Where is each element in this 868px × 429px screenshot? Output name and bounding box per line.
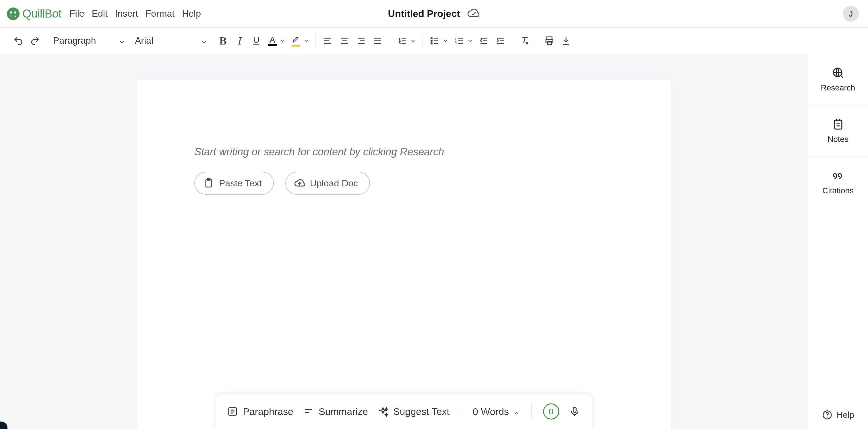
toolbar-separator [211, 34, 211, 48]
suggest-text-button[interactable]: Suggest Text [377, 406, 450, 417]
rail-citations-label: Citations [823, 186, 854, 195]
paste-text-label: Paste Text [219, 178, 262, 189]
word-count-toggle[interactable]: 0 Words [473, 406, 520, 417]
text-color-button[interactable]: A [267, 34, 286, 47]
upload-doc-label: Upload Doc [310, 178, 358, 189]
svg-point-0 [431, 37, 432, 39]
chevron-down-icon [279, 37, 286, 44]
suggestion-count-badge[interactable]: 0 [543, 403, 559, 420]
suggest-text-label: Suggest Text [393, 406, 450, 417]
toolbar-separator [47, 34, 48, 48]
paraphrase-button[interactable]: Paraphrase [227, 406, 293, 417]
indent-decrease-button[interactable] [477, 34, 490, 47]
microphone-icon [569, 406, 580, 417]
toolbar-separator [513, 34, 513, 48]
main-area: Start writing or search for content by c… [0, 54, 868, 429]
chevron-down-icon [119, 37, 125, 44]
rail-notes[interactable]: Notes [808, 105, 868, 157]
chevron-down-icon [303, 37, 310, 44]
paraphrase-label: Paraphrase [243, 406, 293, 417]
svg-rect-12 [573, 407, 576, 412]
toolbar-separator [422, 34, 423, 48]
align-justify-button[interactable] [371, 34, 384, 47]
menu-file[interactable]: File [69, 8, 84, 19]
menubar: QuillBot File Edit Insert Format Help Un… [0, 0, 868, 28]
svg-point-1 [431, 40, 432, 41]
italic-button[interactable]: I [234, 34, 246, 47]
right-sidebar: Research Notes Citations Help [808, 54, 868, 429]
menu-format[interactable]: Format [146, 8, 175, 19]
toolbar-separator [315, 34, 316, 48]
notes-icon [832, 118, 844, 131]
editor-action-chips: Paste Text Upload Doc [194, 172, 613, 195]
underline-button[interactable] [250, 34, 262, 47]
align-center-button[interactable] [338, 34, 351, 47]
cloud-upload-icon [294, 178, 305, 189]
print-button[interactable] [543, 34, 556, 47]
chevron-up-icon [513, 408, 520, 415]
rail-citations[interactable]: Citations [808, 157, 868, 208]
clipboard-icon [203, 178, 214, 189]
cloud-sync-icon[interactable] [467, 7, 480, 21]
bullet-list-button[interactable] [428, 34, 449, 47]
help-icon [822, 409, 833, 420]
floatbar-separator [531, 403, 532, 420]
numbered-list-button[interactable]: 123 [453, 34, 474, 47]
svg-point-2 [431, 42, 432, 44]
menu-items: File Edit Insert Format Help [69, 8, 201, 19]
canvas-scroll-area[interactable]: Start writing or search for content by c… [0, 54, 808, 429]
menu-edit[interactable]: Edit [92, 8, 107, 19]
summarize-label: Summarize [319, 406, 368, 417]
logo[interactable]: QuillBot [7, 7, 61, 20]
paragraph-style-value: Paragraph [53, 35, 96, 46]
align-right-button[interactable] [355, 34, 367, 47]
paragraph-style-select[interactable]: Paragraph [48, 33, 128, 49]
rail-help[interactable]: Help [808, 401, 868, 429]
line-spacing-button[interactable] [396, 34, 416, 47]
svg-point-16 [827, 417, 828, 418]
brand-name: QuillBot [22, 7, 61, 20]
menu-insert[interactable]: Insert [115, 8, 138, 19]
editor-placeholder: Start writing or search for content by c… [194, 146, 613, 158]
svg-text:3: 3 [455, 41, 457, 45]
clear-formatting-button[interactable] [519, 34, 531, 47]
floatbar-separator [461, 403, 461, 420]
toolbar-separator [390, 34, 390, 48]
svg-rect-14 [834, 120, 842, 129]
bottom-action-bar: Paraphrase Summarize Suggest Text 0 Word… [215, 394, 592, 429]
chevron-down-icon [410, 37, 416, 44]
avatar-initial: J [849, 9, 853, 19]
summarize-button[interactable]: Summarize [303, 406, 368, 417]
microphone-button[interactable] [568, 405, 581, 418]
toolbar: Paragraph Arial B I A [0, 28, 868, 54]
highlight-color-button[interactable] [290, 34, 310, 47]
menu-help[interactable]: Help [182, 8, 201, 19]
undo-button[interactable] [12, 34, 25, 47]
indent-increase-button[interactable] [494, 34, 507, 47]
document-title-area: Untitled Project [388, 7, 480, 21]
chevron-down-icon [200, 37, 207, 44]
toolbar-separator [129, 34, 129, 48]
sparkle-icon [377, 406, 389, 417]
align-left-button[interactable] [321, 34, 334, 47]
font-family-select[interactable]: Arial [130, 33, 210, 49]
redo-button[interactable] [29, 34, 41, 47]
toolbar-separator [537, 34, 537, 48]
rail-research-label: Research [821, 83, 856, 92]
upload-doc-button[interactable]: Upload Doc [285, 172, 370, 195]
paraphrase-icon [227, 406, 238, 417]
globe-search-icon [832, 67, 844, 79]
quillbot-logo-icon [7, 7, 20, 20]
download-button[interactable] [560, 34, 572, 47]
word-count-label: 0 Words [473, 406, 509, 417]
document-title[interactable]: Untitled Project [388, 8, 460, 19]
chevron-down-icon [442, 37, 449, 44]
suggestion-count-value: 0 [549, 407, 553, 417]
bold-button[interactable]: B [217, 34, 229, 47]
rail-notes-label: Notes [828, 135, 848, 144]
rail-research[interactable]: Research [808, 54, 868, 105]
document-page[interactable]: Start writing or search for content by c… [137, 80, 671, 429]
paste-text-button[interactable]: Paste Text [194, 172, 274, 195]
user-avatar[interactable]: J [843, 6, 859, 22]
rail-help-label: Help [837, 410, 855, 420]
